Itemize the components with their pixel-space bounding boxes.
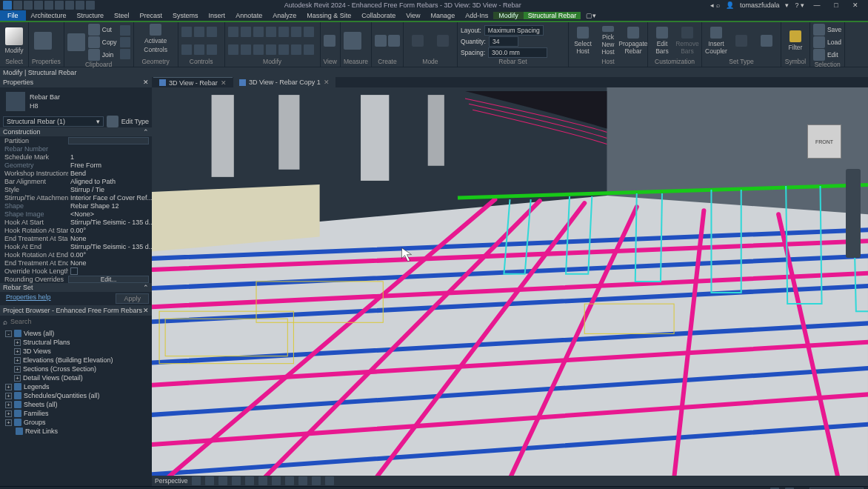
prop-row[interactable]: ShapeRebar Shape 12	[0, 202, 152, 210]
mod-icon-4[interactable]	[266, 27, 276, 37]
prop-row[interactable]: Rebar Number	[0, 144, 152, 153]
create-icon-1[interactable]	[375, 35, 387, 47]
edit-type-button[interactable]: Edit Type	[121, 118, 149, 125]
activate-icon[interactable]	[150, 24, 161, 36]
move-icon[interactable]	[181, 44, 192, 55]
tree-node[interactable]: +Families	[0, 409, 152, 418]
tree-toggle[interactable]: +	[5, 410, 12, 417]
qat-sync-icon[interactable]	[76, 1, 84, 10]
spacing-input[interactable]	[488, 47, 547, 58]
prop-row[interactable]: GeometryFree Form	[0, 161, 152, 169]
tree-node[interactable]: +Schedules/Quantities (all)	[0, 391, 152, 400]
copy-button[interactable]: Copy	[88, 36, 117, 48]
align-icon[interactable]	[181, 27, 192, 37]
prop-row[interactable]: Rounding OverridesEdit...	[0, 275, 152, 283]
menu-structuralrebar[interactable]: Structural Rebar	[524, 12, 581, 19]
qat-open-icon[interactable]	[13, 1, 22, 10]
mod-icon-2[interactable]	[241, 27, 251, 37]
maximize-button[interactable]: □	[829, 1, 843, 10]
cart-icon[interactable]: ▾	[785, 1, 789, 9]
mod-icon-10[interactable]	[253, 44, 264, 55]
user-icon[interactable]: 👤	[726, 1, 734, 9]
mod-icon-5[interactable]	[278, 27, 289, 37]
menu-analyze[interactable]: Analyze	[267, 12, 301, 19]
qat-measure-icon[interactable]	[65, 1, 74, 10]
mod-icon-1[interactable]	[228, 27, 238, 37]
prop-row[interactable]: Workshop InstructionsBend	[0, 169, 152, 177]
rotate-icon[interactable]	[194, 44, 204, 55]
vcb-crop-icon[interactable]	[272, 476, 281, 485]
prop-row[interactable]: Shape Image<None>	[0, 210, 152, 218]
tree-node[interactable]: +Sheets (all)	[0, 400, 152, 409]
mod-icon-3[interactable]	[253, 27, 264, 37]
menu-massingsite[interactable]: Massing & Site	[301, 12, 356, 19]
search-indicator[interactable]: ◂ ⌕	[710, 1, 720, 9]
tree-toggle[interactable]: +	[5, 393, 12, 399]
paste-icon[interactable]	[67, 33, 85, 51]
prop-row[interactable]: Stirrup/Tie AttachmentInterior Face of C…	[0, 193, 152, 202]
vcb-hide-icon[interactable]	[285, 476, 294, 485]
menu-architecture[interactable]: Architecture	[26, 12, 72, 19]
vcb-lock-icon[interactable]	[298, 476, 307, 485]
remove-bars[interactable]: Remove Bars	[676, 26, 698, 56]
view-tab[interactable]: 3D View - Rebar Copy 1✕	[233, 77, 335, 87]
prop-row[interactable]: Hook Rotation At Start0.00°	[0, 226, 152, 234]
split-icon[interactable]	[120, 49, 130, 59]
tree-node[interactable]: -Views (all)	[0, 329, 152, 338]
type-filter-icon[interactable]	[107, 116, 118, 127]
properties-tool[interactable]	[32, 26, 54, 56]
bending-detail[interactable]	[755, 26, 778, 56]
cope-icon[interactable]	[120, 37, 130, 47]
select-host[interactable]: Select Host	[572, 26, 594, 56]
mod-icon-8[interactable]	[228, 44, 238, 55]
view-tab-close[interactable]: ✕	[324, 79, 330, 86]
properties-close[interactable]: ✕	[143, 79, 149, 86]
sel-load[interactable]: Load	[813, 36, 841, 48]
type-selector[interactable]: Structural Rebar (1)▾	[3, 116, 104, 127]
tree-node[interactable]: +3D Views	[0, 347, 152, 356]
browser-search-input[interactable]	[10, 318, 149, 325]
mod-icon-12[interactable]	[278, 44, 289, 55]
vcb-shadow-icon[interactable]	[245, 476, 254, 485]
tree-node[interactable]: +Legends	[0, 382, 152, 391]
tree-toggle[interactable]: +	[5, 402, 12, 408]
prop-row[interactable]: Schedule Mark1	[0, 153, 152, 161]
prop-row[interactable]: Hook At StartStirrup/Tie Seismic - 135 d…	[0, 218, 152, 226]
qat-dropdown-icon[interactable]	[86, 1, 95, 10]
mod-icon-9[interactable]	[241, 44, 251, 55]
prop-row[interactable]: End Treatment At EndNone	[0, 259, 152, 267]
qat-redo-icon[interactable]	[44, 1, 53, 10]
edit-family[interactable]	[432, 26, 454, 56]
tree-toggle[interactable]: +	[5, 419, 12, 426]
edit-bars[interactable]: Edit Bars	[651, 26, 673, 56]
prop-value-field[interactable]	[68, 137, 149, 144]
join-button[interactable]: Join	[88, 49, 117, 61]
menu-precast[interactable]: Precast	[135, 12, 168, 19]
prop-row[interactable]: End Treatment At StartNone	[0, 234, 152, 242]
varying-rebar[interactable]	[730, 26, 752, 56]
prop-row[interactable]: Partition	[0, 136, 152, 144]
qat-undo-icon[interactable]	[34, 1, 43, 10]
rebar-set-section-header[interactable]: Rebar Set⌃	[0, 283, 152, 292]
tree-toggle[interactable]: -	[5, 330, 12, 337]
view-mode-label[interactable]: Perspective	[155, 477, 187, 485]
mod-icon-11[interactable]	[266, 44, 276, 55]
layout-input[interactable]	[484, 25, 544, 36]
view-tab-close[interactable]: ✕	[221, 79, 227, 87]
mod-icon-6[interactable]	[291, 27, 301, 37]
viewport-3d[interactable]: FRONT	[152, 87, 868, 476]
trim-icon[interactable]	[207, 44, 217, 55]
filter-tool[interactable]: Filter	[784, 26, 807, 56]
tree-node[interactable]: +Sections (Cross Section)	[0, 365, 152, 373]
navigation-bar[interactable]	[846, 169, 861, 258]
tree-node[interactable]: +Structural Plans	[0, 338, 152, 347]
offset-icon[interactable]	[194, 27, 204, 37]
user-name[interactable]: tomaszfudala	[740, 1, 780, 9]
tree-node[interactable]: +Groups	[0, 418, 152, 427]
propagate-rebar[interactable]: Propagate Rebar	[622, 26, 644, 56]
prop-value-field[interactable]: Edit...	[68, 276, 149, 283]
vcb-render-icon[interactable]	[258, 476, 267, 485]
menu-manage[interactable]: Manage	[426, 12, 461, 19]
view-tab[interactable]: 3D View - Rebar✕	[153, 77, 233, 87]
prop-row[interactable]: Override Hook Lengths	[0, 267, 152, 275]
